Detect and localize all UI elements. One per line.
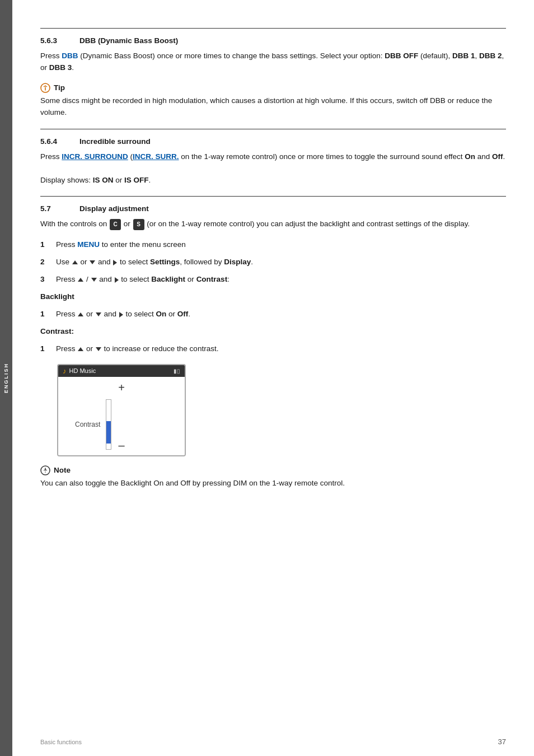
tip-box: Tip Some discs might be recorded in high… [40,83,506,119]
contrast-label-display: Contrast [75,421,100,428]
on-label-2: On [156,310,167,318]
settings-label: Settings [150,258,180,266]
contrast-step-1: 1 Press or to increase or reduce the con… [40,343,506,355]
backlight-step-1: 1 Press or and to select On or Off. [40,309,506,320]
section-title-564: Incredible surround [79,137,151,146]
arrow-up-icon [72,260,78,264]
incr-surround-label: INCR. SURROUND [62,152,128,161]
is-off-label: IS OFF [124,176,149,184]
menu-label: MENU [77,240,100,249]
incr-surr-label: INCR. SURR. [133,152,179,161]
contrast-step-1-content: Press or to increase or reduce the contr… [56,343,506,355]
section-header-563: 5.6.3 DBB (Dynamic Bass Boost) [40,36,506,45]
section-header-57: 5.7 Display adjustment [40,204,506,213]
note-box: Note You can also toggle the Backlight O… [40,465,506,489]
step-2-content: Use or and to select Settings, followed … [56,256,506,268]
section-title-57: Display adjustment [79,204,149,213]
arrow-right-3-icon [119,312,123,318]
arrow-right-icon [113,260,117,265]
main-content: 5.6.3 DBB (Dynamic Bass Boost) Press DBB… [12,0,534,756]
section-57: 5.7 Display adjustment With the controls… [40,204,506,489]
display-titlebar-left: ♪ HD Music [63,367,96,375]
contrast-step-1-num: 1 [40,343,56,355]
note-body: You can also toggle the Backlight On and… [40,478,506,489]
tip-body: Some discs might be recorded in high mod… [40,95,506,119]
off-label: Off [492,152,503,161]
step-1-content: Press MENU to enter the menu screen [56,239,506,251]
section-564: 5.6.4 Incredible surround Press INCR. SU… [40,137,506,186]
arrow-right-2-icon [115,277,119,283]
display-slider [106,399,111,450]
tip-header-label: Tip [54,83,65,92]
tip-header: Tip [40,83,506,93]
step-1: 1 Press MENU to enter the menu screen [40,239,506,251]
tip-icon [40,83,50,93]
side-tab-label: ENGLISH [3,363,9,393]
contrast-section-label: Contrast: [40,327,74,335]
step-3: 3 Press / and to select Backlight or Con… [40,274,506,286]
dbb-off: DBB OFF [385,52,418,60]
side-tab: ENGLISH [0,0,12,756]
section-body-563: Press DBB (Dynamic Bass Boost) once or m… [40,50,506,74]
display-titlebar-right: ▮▯ [174,368,180,374]
backlight-label-step: Backlight [151,275,185,283]
contrast-label-step: Contrast [196,275,228,283]
dbb-1: DBB 1 [452,52,475,60]
display-body: + Contrast – [58,377,185,455]
display-box: ♪ HD Music ▮▯ + Contrast – [57,364,186,456]
display-minus: – [118,439,124,452]
step-2: 2 Use or and to select Settings, followe… [40,256,506,268]
step-1-num: 1 [40,239,56,251]
section-body-564: Press INCR. SURROUND (INCR. SURR. on the… [40,151,506,186]
note-header-label: Note [54,466,71,474]
section-number-564: 5.6.4 [40,137,79,146]
section-564-para1: Press INCR. SURROUND (INCR. SURR. on the… [40,151,506,163]
section-564-para2: Display shows: IS ON or IS OFF. [40,175,506,186]
arrow-up-2-icon [78,278,83,282]
divider-57 [40,196,506,197]
backlight-step-1-content: Press or and to select On or Off. [56,309,506,320]
section-title-563: DBB (Dynamic Bass Boost) [79,36,178,45]
off-label-2: Off [177,310,189,318]
is-on-label: IS ON [93,176,114,184]
divider-564 [40,129,506,129]
dbb-3: DBB 3 [49,63,72,72]
step-3-num: 3 [40,274,56,286]
control-s-icon: S [133,219,144,230]
backlight-step-1-num: 1 [40,309,56,320]
display-titlebar-text: HD Music [69,367,96,374]
svg-point-5 [45,472,46,473]
section-number-563: 5.6.3 [40,36,79,45]
section-563-para: Press DBB (Dynamic Bass Boost) once or m… [40,50,506,74]
music-icon: ♪ [63,367,67,375]
section-number-57: 5.7 [40,204,79,213]
on-label: On [465,152,475,161]
arrow-down-4-icon [96,347,101,351]
backlight-section: Backlight 1 Press or and to select On or… [40,291,506,320]
footer: Basic functions 37 [40,738,506,746]
divider-563 [40,28,506,29]
contrast-section: Contrast: 1 Press or to increase or redu… [40,326,506,355]
note-icon [40,465,50,475]
display-label: Display [224,258,251,266]
section-563: 5.6.3 DBB (Dynamic Bass Boost) Press DBB… [40,36,506,119]
arrow-up-3-icon [78,312,83,316]
arrow-up-4-icon [78,347,83,351]
dbb-2: DBB 2 [479,52,502,60]
slider-fill [106,421,111,444]
section-57-para: With the controls on C or S (or on the 1… [40,218,506,230]
arrow-down-3-icon [96,312,101,316]
dbb-label: DBB [62,52,78,60]
section-header-564: 5.6.4 Incredible surround [40,137,506,146]
footer-left: Basic functions [40,739,82,745]
arrow-down-icon [90,260,95,264]
step-2-num: 2 [40,256,56,268]
step-3-content: Press / and to select Backlight or Contr… [56,274,506,286]
section-body-57: With the controls on C or S (or on the 1… [40,218,506,230]
page-number: 37 [498,738,506,746]
note-header: Note [40,465,506,475]
display-titlebar: ♪ HD Music ▮▯ [58,365,185,377]
display-plus: + [118,381,125,394]
backlight-section-label: Backlight [40,292,74,301]
control-c-icon: C [110,219,121,230]
